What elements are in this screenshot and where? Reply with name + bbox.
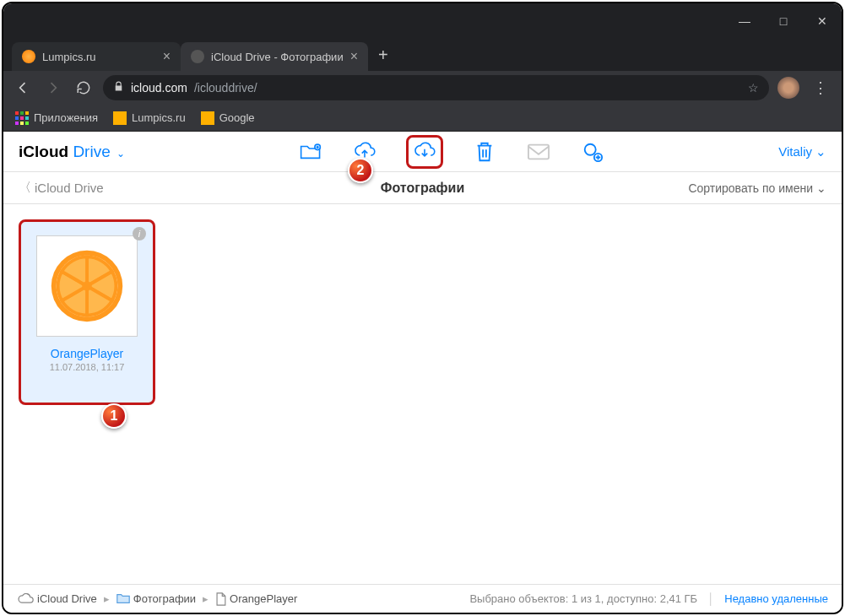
recently-deleted-link[interactable]: Недавно удаленные <box>724 592 828 605</box>
bookmark-lumpics[interactable]: Lumpics.ru <box>113 111 186 125</box>
window-titlebar: — □ ✕ <box>3 3 842 39</box>
tab-lumpics[interactable]: Lumpics.ru × <box>12 42 181 71</box>
svg-point-2 <box>585 143 596 154</box>
favicon-apple-icon <box>191 50 204 63</box>
selection-status: Выбрано объектов: 1 из 1, доступно: 2,41… <box>469 592 697 605</box>
bookmark-label: Google <box>219 111 255 124</box>
icloud-toolbar: iCloud Drive ⌄ Vitaliy ⌄ <box>3 132 842 172</box>
sort-menu[interactable]: Сортировать по имени ⌄ <box>688 181 826 195</box>
logo-drive: Drive <box>73 143 110 160</box>
url-path: /iclouddrive/ <box>194 81 257 95</box>
annotation-badge-2: 2 <box>348 158 373 183</box>
svg-point-6 <box>82 281 92 291</box>
breadcrumb-label: Фотографии <box>133 592 196 605</box>
delete-button[interactable] <box>472 139 497 165</box>
chevron-down-icon: ⌄ <box>116 148 125 159</box>
icloud-drive-dropdown[interactable]: iCloud Drive ⌄ <box>19 143 125 161</box>
bookmark-google[interactable]: Google <box>201 111 255 125</box>
bookmark-label: Lumpics.ru <box>132 111 186 124</box>
tab-label: iCloud Drive - Фотографии <box>211 51 344 63</box>
file-name: OrangePlayer <box>51 347 123 360</box>
url-field[interactable]: icloud.com/iclouddrive/ ☆ <box>103 75 769 100</box>
breadcrumb-separator-icon: ▸ <box>104 592 110 605</box>
tab-label: Lumpics.ru <box>42 51 96 63</box>
share-button[interactable] <box>580 139 605 165</box>
page-title: Фотографии <box>381 181 464 196</box>
minimize-button[interactable]: — <box>725 3 764 39</box>
icloud-tool-group <box>298 135 605 169</box>
tab-close-icon[interactable]: × <box>163 49 171 64</box>
parent-folder-label: iCloud Drive <box>35 181 104 195</box>
close-button[interactable]: ✕ <box>803 3 842 39</box>
status-divider: │ <box>707 592 714 605</box>
apps-grid-icon <box>15 111 29 125</box>
breadcrumb-folder[interactable]: Фотографии <box>116 592 196 605</box>
breadcrumb-label: iCloud Drive <box>37 592 97 605</box>
folder-icon <box>201 111 214 125</box>
icloud-breadcrumb-bar: 〈 iCloud Drive Фотографии Сортировать по… <box>3 172 842 204</box>
info-icon[interactable]: i <box>133 227 146 240</box>
favicon-lumpics <box>22 50 35 63</box>
annotation-badge-1: 1 <box>101 403 127 429</box>
username: Vitaliy <box>778 144 812 159</box>
bookmarks-bar: Приложения Lumpics.ru Google <box>3 105 842 132</box>
tab-close-icon[interactable]: × <box>350 49 358 64</box>
browser-tabs: Lumpics.ru × iCloud Drive - Фотографии ×… <box>3 39 842 71</box>
browser-menu-button[interactable]: ⋮ <box>808 78 833 97</box>
account-menu[interactable]: Vitaliy ⌄ <box>778 144 826 159</box>
bookmark-label: Приложения <box>34 111 98 124</box>
sort-label: Сортировать по имени <box>688 181 813 195</box>
file-item-orangeplayer[interactable]: i OrangePlayer 11.07.20 <box>19 219 155 405</box>
profile-avatar[interactable] <box>777 77 799 99</box>
chevron-down-icon: ⌄ <box>815 144 826 159</box>
back-to-parent[interactable]: 〈 iCloud Drive <box>19 180 104 196</box>
breadcrumb-root[interactable]: iCloud Drive <box>17 592 97 605</box>
new-folder-button[interactable] <box>298 139 323 165</box>
tab-icloud[interactable]: iCloud Drive - Фотографии × <box>181 42 368 71</box>
file-date: 11.07.2018, 11:17 <box>50 362 125 372</box>
back-button[interactable] <box>12 77 34 99</box>
mail-button[interactable] <box>526 139 551 165</box>
maximize-button[interactable]: □ <box>764 3 803 39</box>
address-bar: icloud.com/iclouddrive/ ☆ ⋮ <box>3 71 842 105</box>
svg-rect-1 <box>528 144 549 159</box>
chevron-left-icon: 〈 <box>19 180 31 196</box>
apps-shortcut[interactable]: Приложения <box>15 111 98 125</box>
forward-button[interactable] <box>42 77 64 99</box>
download-button[interactable] <box>406 135 443 169</box>
folder-icon <box>113 111 127 125</box>
breadcrumb-file[interactable]: OrangePlayer <box>215 592 297 606</box>
chevron-down-icon: ⌄ <box>816 181 826 195</box>
reload-button[interactable] <box>73 77 95 99</box>
breadcrumb-label: OrangePlayer <box>230 592 297 605</box>
logo-prefix: iCloud <box>19 143 73 160</box>
file-thumbnail <box>36 235 138 337</box>
status-bar: iCloud Drive ▸ Фотографии ▸ OrangePlayer… <box>3 584 842 613</box>
new-tab-button[interactable]: + <box>368 46 398 65</box>
breadcrumb-separator-icon: ▸ <box>203 592 209 605</box>
lock-icon <box>113 81 124 95</box>
file-grid: i OrangePlayer 11.07.20 <box>3 204 842 575</box>
url-host: icloud.com <box>131 81 187 95</box>
bookmark-star-icon[interactable]: ☆ <box>748 81 759 95</box>
